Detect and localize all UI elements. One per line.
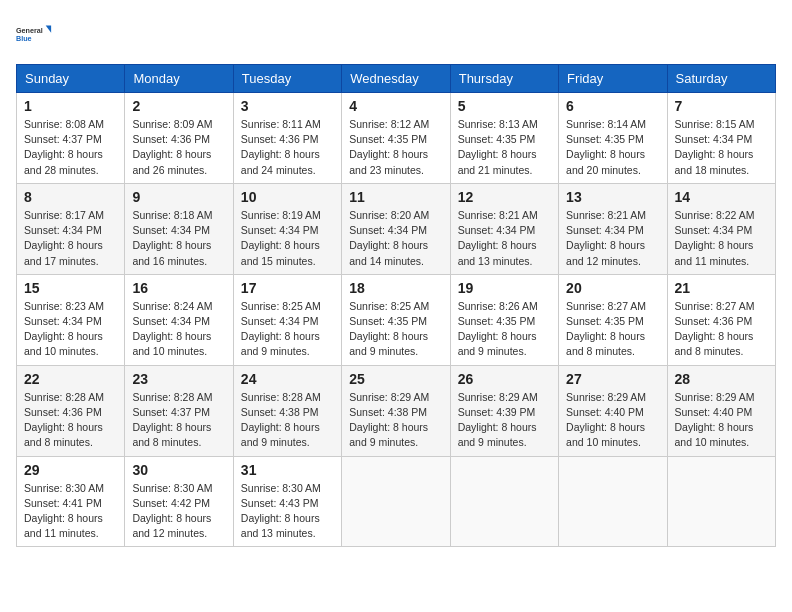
day-info: Sunrise: 8:21 AM Sunset: 4:34 PM Dayligh… — [566, 208, 659, 269]
day-number: 24 — [241, 371, 334, 387]
calendar-cell: 1 Sunrise: 8:08 AM Sunset: 4:37 PM Dayli… — [17, 93, 125, 184]
day-info: Sunrise: 8:23 AM Sunset: 4:34 PM Dayligh… — [24, 299, 117, 360]
calendar-cell: 22 Sunrise: 8:28 AM Sunset: 4:36 PM Dayl… — [17, 365, 125, 456]
day-number: 13 — [566, 189, 659, 205]
calendar-cell: 3 Sunrise: 8:11 AM Sunset: 4:36 PM Dayli… — [233, 93, 341, 184]
day-number: 29 — [24, 462, 117, 478]
day-number: 6 — [566, 98, 659, 114]
day-info: Sunrise: 8:26 AM Sunset: 4:35 PM Dayligh… — [458, 299, 551, 360]
calendar-cell: 11 Sunrise: 8:20 AM Sunset: 4:34 PM Dayl… — [342, 183, 450, 274]
day-number: 5 — [458, 98, 551, 114]
calendar-cell: 13 Sunrise: 8:21 AM Sunset: 4:34 PM Dayl… — [559, 183, 667, 274]
calendar-cell: 18 Sunrise: 8:25 AM Sunset: 4:35 PM Dayl… — [342, 274, 450, 365]
calendar-cell: 28 Sunrise: 8:29 AM Sunset: 4:40 PM Dayl… — [667, 365, 775, 456]
calendar-week-row: 15 Sunrise: 8:23 AM Sunset: 4:34 PM Dayl… — [17, 274, 776, 365]
calendar-cell: 25 Sunrise: 8:29 AM Sunset: 4:38 PM Dayl… — [342, 365, 450, 456]
day-info: Sunrise: 8:08 AM Sunset: 4:37 PM Dayligh… — [24, 117, 117, 178]
calendar-cell: 10 Sunrise: 8:19 AM Sunset: 4:34 PM Dayl… — [233, 183, 341, 274]
day-number: 26 — [458, 371, 551, 387]
calendar-cell: 7 Sunrise: 8:15 AM Sunset: 4:34 PM Dayli… — [667, 93, 775, 184]
calendar-cell: 6 Sunrise: 8:14 AM Sunset: 4:35 PM Dayli… — [559, 93, 667, 184]
day-number: 14 — [675, 189, 768, 205]
day-of-week-header: Thursday — [450, 65, 558, 93]
calendar-cell — [667, 456, 775, 547]
day-info: Sunrise: 8:28 AM Sunset: 4:38 PM Dayligh… — [241, 390, 334, 451]
day-number: 17 — [241, 280, 334, 296]
day-of-week-header: Saturday — [667, 65, 775, 93]
calendar-cell — [559, 456, 667, 547]
day-of-week-header: Wednesday — [342, 65, 450, 93]
day-info: Sunrise: 8:30 AM Sunset: 4:43 PM Dayligh… — [241, 481, 334, 542]
day-number: 11 — [349, 189, 442, 205]
day-number: 2 — [132, 98, 225, 114]
calendar-cell: 17 Sunrise: 8:25 AM Sunset: 4:34 PM Dayl… — [233, 274, 341, 365]
calendar-table: SundayMondayTuesdayWednesdayThursdayFrid… — [16, 64, 776, 547]
day-info: Sunrise: 8:27 AM Sunset: 4:35 PM Dayligh… — [566, 299, 659, 360]
day-of-week-header: Friday — [559, 65, 667, 93]
calendar-cell: 5 Sunrise: 8:13 AM Sunset: 4:35 PM Dayli… — [450, 93, 558, 184]
calendar-cell: 15 Sunrise: 8:23 AM Sunset: 4:34 PM Dayl… — [17, 274, 125, 365]
day-info: Sunrise: 8:12 AM Sunset: 4:35 PM Dayligh… — [349, 117, 442, 178]
calendar-week-row: 22 Sunrise: 8:28 AM Sunset: 4:36 PM Dayl… — [17, 365, 776, 456]
calendar-cell: 26 Sunrise: 8:29 AM Sunset: 4:39 PM Dayl… — [450, 365, 558, 456]
day-number: 10 — [241, 189, 334, 205]
day-info: Sunrise: 8:22 AM Sunset: 4:34 PM Dayligh… — [675, 208, 768, 269]
calendar-cell: 21 Sunrise: 8:27 AM Sunset: 4:36 PM Dayl… — [667, 274, 775, 365]
day-number: 22 — [24, 371, 117, 387]
day-number: 25 — [349, 371, 442, 387]
calendar-week-row: 1 Sunrise: 8:08 AM Sunset: 4:37 PM Dayli… — [17, 93, 776, 184]
day-of-week-header: Monday — [125, 65, 233, 93]
day-number: 27 — [566, 371, 659, 387]
calendar-cell: 4 Sunrise: 8:12 AM Sunset: 4:35 PM Dayli… — [342, 93, 450, 184]
calendar-week-row: 8 Sunrise: 8:17 AM Sunset: 4:34 PM Dayli… — [17, 183, 776, 274]
calendar-cell: 9 Sunrise: 8:18 AM Sunset: 4:34 PM Dayli… — [125, 183, 233, 274]
day-info: Sunrise: 8:29 AM Sunset: 4:40 PM Dayligh… — [566, 390, 659, 451]
day-number: 1 — [24, 98, 117, 114]
day-info: Sunrise: 8:29 AM Sunset: 4:40 PM Dayligh… — [675, 390, 768, 451]
day-number: 3 — [241, 98, 334, 114]
calendar-cell: 31 Sunrise: 8:30 AM Sunset: 4:43 PM Dayl… — [233, 456, 341, 547]
day-number: 23 — [132, 371, 225, 387]
day-number: 12 — [458, 189, 551, 205]
day-info: Sunrise: 8:11 AM Sunset: 4:36 PM Dayligh… — [241, 117, 334, 178]
day-number: 28 — [675, 371, 768, 387]
calendar-cell: 23 Sunrise: 8:28 AM Sunset: 4:37 PM Dayl… — [125, 365, 233, 456]
calendar-cell: 2 Sunrise: 8:09 AM Sunset: 4:36 PM Dayli… — [125, 93, 233, 184]
day-info: Sunrise: 8:29 AM Sunset: 4:39 PM Dayligh… — [458, 390, 551, 451]
day-number: 7 — [675, 98, 768, 114]
day-info: Sunrise: 8:28 AM Sunset: 4:37 PM Dayligh… — [132, 390, 225, 451]
calendar-cell: 12 Sunrise: 8:21 AM Sunset: 4:34 PM Dayl… — [450, 183, 558, 274]
calendar-week-row: 29 Sunrise: 8:30 AM Sunset: 4:41 PM Dayl… — [17, 456, 776, 547]
calendar-body: 1 Sunrise: 8:08 AM Sunset: 4:37 PM Dayli… — [17, 93, 776, 547]
day-info: Sunrise: 8:25 AM Sunset: 4:35 PM Dayligh… — [349, 299, 442, 360]
calendar-cell: 19 Sunrise: 8:26 AM Sunset: 4:35 PM Dayl… — [450, 274, 558, 365]
day-info: Sunrise: 8:25 AM Sunset: 4:34 PM Dayligh… — [241, 299, 334, 360]
day-info: Sunrise: 8:21 AM Sunset: 4:34 PM Dayligh… — [458, 208, 551, 269]
day-number: 4 — [349, 98, 442, 114]
calendar-cell: 24 Sunrise: 8:28 AM Sunset: 4:38 PM Dayl… — [233, 365, 341, 456]
day-number: 30 — [132, 462, 225, 478]
day-number: 19 — [458, 280, 551, 296]
day-info: Sunrise: 8:17 AM Sunset: 4:34 PM Dayligh… — [24, 208, 117, 269]
calendar-cell — [342, 456, 450, 547]
day-info: Sunrise: 8:20 AM Sunset: 4:34 PM Dayligh… — [349, 208, 442, 269]
calendar-cell: 20 Sunrise: 8:27 AM Sunset: 4:35 PM Dayl… — [559, 274, 667, 365]
logo-icon: General Blue — [16, 16, 52, 52]
day-info: Sunrise: 8:14 AM Sunset: 4:35 PM Dayligh… — [566, 117, 659, 178]
calendar-header-row: SundayMondayTuesdayWednesdayThursdayFrid… — [17, 65, 776, 93]
calendar-cell: 8 Sunrise: 8:17 AM Sunset: 4:34 PM Dayli… — [17, 183, 125, 274]
calendar-cell: 27 Sunrise: 8:29 AM Sunset: 4:40 PM Dayl… — [559, 365, 667, 456]
day-info: Sunrise: 8:15 AM Sunset: 4:34 PM Dayligh… — [675, 117, 768, 178]
svg-text:Blue: Blue — [16, 34, 32, 43]
day-number: 16 — [132, 280, 225, 296]
day-number: 8 — [24, 189, 117, 205]
page-header: General Blue — [16, 16, 776, 52]
day-of-week-header: Sunday — [17, 65, 125, 93]
logo: General Blue — [16, 16, 52, 52]
day-info: Sunrise: 8:09 AM Sunset: 4:36 PM Dayligh… — [132, 117, 225, 178]
calendar-cell: 16 Sunrise: 8:24 AM Sunset: 4:34 PM Dayl… — [125, 274, 233, 365]
day-number: 20 — [566, 280, 659, 296]
day-info: Sunrise: 8:24 AM Sunset: 4:34 PM Dayligh… — [132, 299, 225, 360]
calendar-cell: 29 Sunrise: 8:30 AM Sunset: 4:41 PM Dayl… — [17, 456, 125, 547]
day-number: 15 — [24, 280, 117, 296]
